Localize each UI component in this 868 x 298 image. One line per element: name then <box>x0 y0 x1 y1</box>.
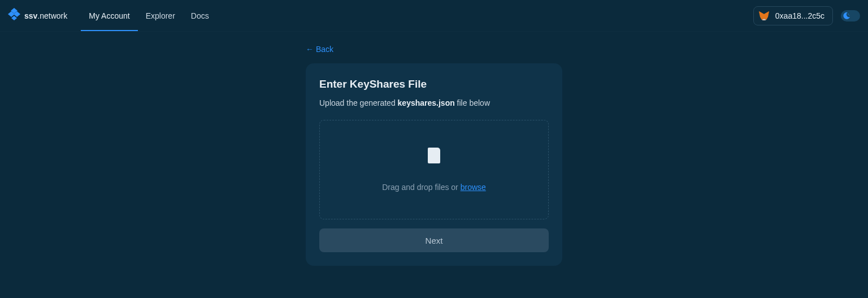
moon-icon <box>842 11 851 20</box>
back-link[interactable]: ← Back <box>306 45 333 54</box>
main-nav: My Account Explorer Docs <box>81 0 216 31</box>
ssv-logo-icon <box>8 8 20 24</box>
wallet-button[interactable]: 0xaa18...2c5c <box>753 6 833 25</box>
nav-explorer[interactable]: Explorer <box>138 0 183 31</box>
nav-docs[interactable]: Docs <box>183 0 217 31</box>
page-content: ← Back Enter KeyShares File Upload the g… <box>0 32 868 266</box>
file-dropzone[interactable]: Drag and drop files or browse <box>319 120 549 219</box>
file-icon <box>428 148 440 163</box>
dropzone-text: Drag and drop files or browse <box>382 183 486 192</box>
topbar: ssv.network My Account Explorer Docs 0xa… <box>0 0 868 32</box>
arrow-left-icon: ← <box>306 45 314 54</box>
brand-logo[interactable]: ssv.network <box>8 8 67 24</box>
card-subtitle: Upload the generated keyshares.json file… <box>319 98 549 107</box>
browse-link[interactable]: browse <box>461 183 486 192</box>
brand-text: ssv.network <box>24 11 67 20</box>
metamask-icon <box>758 10 770 21</box>
keyshares-card: Enter KeyShares File Upload the generate… <box>306 63 562 266</box>
nav-my-account[interactable]: My Account <box>81 0 137 31</box>
wallet-address: 0xaa18...2c5c <box>775 11 824 20</box>
next-button[interactable]: Next <box>319 228 549 252</box>
back-label: Back <box>316 45 333 54</box>
card-title: Enter KeyShares File <box>319 78 549 90</box>
svg-point-4 <box>848 14 849 15</box>
svg-point-5 <box>849 15 850 15</box>
theme-toggle[interactable] <box>841 10 860 21</box>
